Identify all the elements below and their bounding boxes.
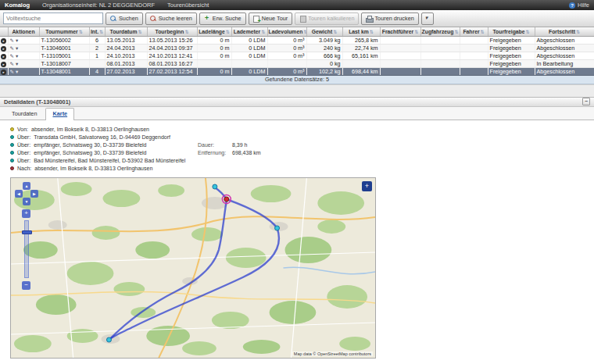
column-header[interactable]: Lademeter⇅ [231, 27, 267, 36]
column-header[interactable]: Tourbeginn⇅ [147, 27, 197, 36]
stop-marker-icon [10, 143, 14, 147]
edit-icon[interactable]: ✎ [10, 45, 14, 51]
table-cell [380, 36, 420, 44]
pan-up-icon[interactable]: ▲ [23, 182, 30, 190]
map-marker-stop[interactable] [106, 337, 111, 342]
tab-tourdaten[interactable]: Tourdaten [5, 108, 44, 120]
table-cell [380, 52, 420, 59]
column-header[interactable]: Frachtführer⇅ [380, 27, 420, 36]
sort-icon[interactable]: ⇅ [454, 30, 458, 34]
table-cell: 240 kg [306, 44, 342, 52]
zoom-slider-handle[interactable] [22, 230, 32, 234]
sort-icon[interactable]: ⇅ [303, 30, 306, 34]
map-marker-stop[interactable] [275, 226, 280, 230]
column-header[interactable]: Zugfahrzeug⇅ [420, 27, 460, 36]
edit-icon[interactable]: ✎ [10, 61, 14, 66]
toolbar-button-suche-leeren[interactable]: Suche leeren [145, 12, 197, 25]
toolbar-button-erw-suche[interactable]: Erw. Suche [199, 12, 246, 25]
expand-row-icon[interactable]: ▸ [1, 62, 6, 67]
toolbar-button-touren-drucken[interactable]: Touren drucken [361, 12, 418, 25]
map-marker-stop[interactable] [213, 184, 217, 189]
edit-icon[interactable]: ✎ [10, 37, 14, 43]
column-header[interactable]: Tournummer⇅ [39, 27, 89, 36]
column-header[interactable]: Last km⇅ [342, 27, 380, 36]
help-label[interactable]: Hilfe [578, 2, 589, 9]
expand-row-icon[interactable]: ▸ [1, 46, 6, 52]
column-header[interactable]: Fortschritt⇅ [535, 27, 594, 36]
menubar-item[interactable]: Organisationseinheit: NL 2 DEGGENDORF [42, 2, 155, 9]
row-menu-icon[interactable]: ▾ [16, 37, 18, 43]
column-header[interactable]: Fahrer⇅ [460, 27, 488, 36]
zoom-slider[interactable] [24, 220, 29, 278]
expand-row-icon[interactable]: ▸ [1, 70, 6, 75]
table-cell: In Bearbeitung [535, 59, 594, 67]
actions-cell: ✎▾ [8, 67, 39, 75]
tab-karte[interactable]: Karte [45, 108, 74, 120]
toolbar-button-drucken-optionen[interactable] [421, 12, 434, 25]
sort-icon[interactable]: ⇅ [79, 30, 83, 34]
table-row[interactable]: ▸✎▾T-13048001427.02.201327.02.2013 12:54… [0, 67, 594, 75]
sort-icon[interactable]: ⇅ [99, 30, 103, 34]
column-header[interactable]: Tourdatum⇅ [105, 27, 147, 36]
menubar-item[interactable]: Komalog [5, 2, 30, 9]
expand-row-icon[interactable]: ▸ [1, 38, 6, 44]
table-cell: 0 LDM [231, 52, 267, 59]
toolbar-button-suchen[interactable]: Suchen [106, 12, 143, 25]
map-canvas[interactable] [11, 178, 375, 358]
stop-marker-icon [10, 127, 14, 131]
print-icon [366, 16, 372, 22]
sort-icon[interactable]: ⇅ [261, 30, 265, 34]
sort-icon[interactable]: ⇅ [526, 30, 530, 34]
zoom-in-button[interactable]: + [22, 209, 30, 218]
help-area[interactable]: ? Hilfe [569, 2, 589, 9]
toolbar-button-touren-kalkulieren[interactable]: Touren kalkulieren [295, 12, 359, 25]
expander-cell: ▸ [0, 67, 8, 75]
column-header[interactable]: Aktionen [8, 27, 39, 36]
map-pan-control[interactable]: ▲ ◀ ▶ ▼ [15, 182, 38, 205]
column-header[interactable]: Ladevolumen⇅ [267, 27, 306, 36]
sort-icon[interactable]: ⇅ [226, 30, 230, 34]
table-cell: 08.01.2013 16:27 [147, 59, 197, 67]
column-header[interactable]: Ladelänge⇅ [197, 27, 231, 36]
edit-icon[interactable]: ✎ [10, 69, 14, 74]
sort-icon[interactable]: ⇅ [138, 30, 141, 34]
map[interactable]: ▲ ◀ ▶ ▼ + − + Map data © OpenStreetMap c… [10, 177, 376, 359]
expander-cell: ▸ [0, 59, 8, 67]
sort-icon[interactable]: ⇅ [370, 30, 374, 34]
sort-icon[interactable]: ⇅ [333, 30, 337, 34]
table-row[interactable]: ▸✎▾T-13105001124.10.201324.10.2013 12:41… [0, 52, 594, 59]
row-menu-icon[interactable]: ▾ [16, 53, 18, 59]
expand-row-icon[interactable]: ▸ [1, 54, 6, 59]
table-row[interactable]: ▸✎▾T-13046001224.04.201324.04.2013 09:37… [0, 44, 594, 52]
stop-address: Transdata GmbH, Salvatorweg 16, D-94469 … [34, 134, 170, 140]
column-header[interactable]: Gewicht⇅ [306, 27, 342, 36]
row-menu-icon[interactable]: ▾ [16, 45, 18, 51]
table-row[interactable]: ▸✎▾T-13056002613.05.201313.05.2013 15:26… [0, 36, 594, 44]
table-cell [380, 67, 420, 75]
menubar-item[interactable]: Tourenübersicht [167, 2, 209, 9]
table-cell: 0 m³ [267, 36, 306, 44]
help-icon[interactable]: ? [569, 2, 575, 9]
layer-switcher-button[interactable]: + [362, 181, 372, 191]
column-header[interactable]: Int.⇅ [89, 27, 105, 36]
fulltext-search-input[interactable] [3, 12, 103, 24]
column-header[interactable]: Tourfreigabe⇅ [488, 27, 535, 36]
edit-icon[interactable]: ✎ [10, 53, 14, 59]
sort-icon[interactable]: ⇅ [576, 30, 580, 34]
collapse-panel-icon[interactable]: − [582, 98, 590, 105]
table-row[interactable]: ▸✎▾T-1301800708.01.201308.01.2013 16:270… [0, 59, 594, 67]
sort-icon[interactable]: ⇅ [184, 30, 188, 34]
toolbar-button-neue-tour[interactable]: Neue Tour [249, 12, 293, 25]
row-menu-icon[interactable]: ▾ [16, 69, 18, 74]
pan-left-icon[interactable]: ◀ [15, 190, 23, 198]
map-marker-destination[interactable] [224, 197, 229, 202]
stops-section: Von:absender, Im Bokseik 8, D-33813 Oerl… [0, 120, 594, 173]
pan-down-icon[interactable]: ▼ [23, 198, 30, 205]
stop-type: Über: [17, 150, 30, 155]
table-cell: 666 kg [306, 52, 342, 59]
pan-right-icon[interactable]: ▶ [30, 190, 38, 198]
row-menu-icon[interactable]: ▾ [16, 61, 18, 66]
zoom-out-button[interactable]: − [22, 281, 30, 290]
sort-icon[interactable]: ⇅ [481, 30, 485, 34]
sort-icon[interactable]: ⇅ [414, 30, 418, 34]
